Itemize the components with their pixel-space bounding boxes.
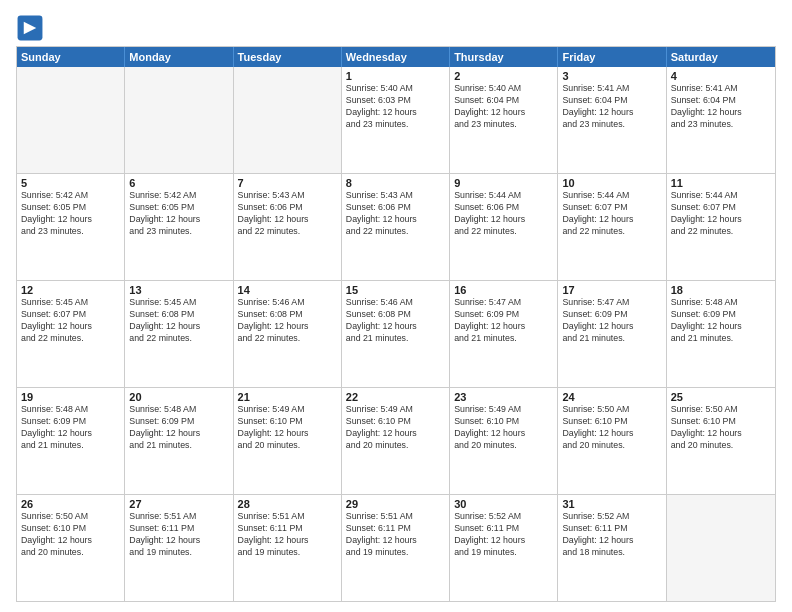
calendar-row-1: 5Sunrise: 5:42 AM Sunset: 6:05 PM Daylig… bbox=[17, 173, 775, 280]
cell-info: Sunrise: 5:47 AM Sunset: 6:09 PM Dayligh… bbox=[562, 297, 661, 345]
page: SundayMondayTuesdayWednesdayThursdayFrid… bbox=[0, 0, 792, 612]
header-cell-saturday: Saturday bbox=[667, 47, 775, 67]
cell-info: Sunrise: 5:48 AM Sunset: 6:09 PM Dayligh… bbox=[671, 297, 771, 345]
day-number: 6 bbox=[129, 177, 228, 189]
header-cell-wednesday: Wednesday bbox=[342, 47, 450, 67]
day-number: 19 bbox=[21, 391, 120, 403]
calendar-cell bbox=[667, 495, 775, 601]
cell-info: Sunrise: 5:43 AM Sunset: 6:06 PM Dayligh… bbox=[346, 190, 445, 238]
calendar-cell: 8Sunrise: 5:43 AM Sunset: 6:06 PM Daylig… bbox=[342, 174, 450, 280]
cell-info: Sunrise: 5:51 AM Sunset: 6:11 PM Dayligh… bbox=[346, 511, 445, 559]
cell-info: Sunrise: 5:51 AM Sunset: 6:11 PM Dayligh… bbox=[238, 511, 337, 559]
calendar-cell: 27Sunrise: 5:51 AM Sunset: 6:11 PM Dayli… bbox=[125, 495, 233, 601]
logo bbox=[16, 14, 48, 42]
day-number: 13 bbox=[129, 284, 228, 296]
cell-info: Sunrise: 5:50 AM Sunset: 6:10 PM Dayligh… bbox=[21, 511, 120, 559]
cell-info: Sunrise: 5:51 AM Sunset: 6:11 PM Dayligh… bbox=[129, 511, 228, 559]
cell-info: Sunrise: 5:48 AM Sunset: 6:09 PM Dayligh… bbox=[129, 404, 228, 452]
calendar-cell: 5Sunrise: 5:42 AM Sunset: 6:05 PM Daylig… bbox=[17, 174, 125, 280]
calendar-cell: 7Sunrise: 5:43 AM Sunset: 6:06 PM Daylig… bbox=[234, 174, 342, 280]
cell-info: Sunrise: 5:46 AM Sunset: 6:08 PM Dayligh… bbox=[346, 297, 445, 345]
day-number: 26 bbox=[21, 498, 120, 510]
header-cell-thursday: Thursday bbox=[450, 47, 558, 67]
cell-info: Sunrise: 5:44 AM Sunset: 6:06 PM Dayligh… bbox=[454, 190, 553, 238]
cell-info: Sunrise: 5:50 AM Sunset: 6:10 PM Dayligh… bbox=[562, 404, 661, 452]
cell-info: Sunrise: 5:42 AM Sunset: 6:05 PM Dayligh… bbox=[129, 190, 228, 238]
day-number: 3 bbox=[562, 70, 661, 82]
calendar-cell: 25Sunrise: 5:50 AM Sunset: 6:10 PM Dayli… bbox=[667, 388, 775, 494]
cell-info: Sunrise: 5:52 AM Sunset: 6:11 PM Dayligh… bbox=[562, 511, 661, 559]
calendar-cell: 31Sunrise: 5:52 AM Sunset: 6:11 PM Dayli… bbox=[558, 495, 666, 601]
calendar-cell bbox=[234, 67, 342, 173]
day-number: 11 bbox=[671, 177, 771, 189]
calendar-cell: 6Sunrise: 5:42 AM Sunset: 6:05 PM Daylig… bbox=[125, 174, 233, 280]
cell-info: Sunrise: 5:41 AM Sunset: 6:04 PM Dayligh… bbox=[562, 83, 661, 131]
calendar-cell: 16Sunrise: 5:47 AM Sunset: 6:09 PM Dayli… bbox=[450, 281, 558, 387]
calendar-cell: 13Sunrise: 5:45 AM Sunset: 6:08 PM Dayli… bbox=[125, 281, 233, 387]
calendar-cell: 15Sunrise: 5:46 AM Sunset: 6:08 PM Dayli… bbox=[342, 281, 450, 387]
day-number: 14 bbox=[238, 284, 337, 296]
cell-info: Sunrise: 5:52 AM Sunset: 6:11 PM Dayligh… bbox=[454, 511, 553, 559]
calendar-cell: 14Sunrise: 5:46 AM Sunset: 6:08 PM Dayli… bbox=[234, 281, 342, 387]
logo-icon bbox=[16, 14, 44, 42]
calendar-body: 1Sunrise: 5:40 AM Sunset: 6:03 PM Daylig… bbox=[17, 67, 775, 601]
calendar-cell: 21Sunrise: 5:49 AM Sunset: 6:10 PM Dayli… bbox=[234, 388, 342, 494]
cell-info: Sunrise: 5:43 AM Sunset: 6:06 PM Dayligh… bbox=[238, 190, 337, 238]
cell-info: Sunrise: 5:45 AM Sunset: 6:07 PM Dayligh… bbox=[21, 297, 120, 345]
calendar-row-2: 12Sunrise: 5:45 AM Sunset: 6:07 PM Dayli… bbox=[17, 280, 775, 387]
cell-info: Sunrise: 5:40 AM Sunset: 6:03 PM Dayligh… bbox=[346, 83, 445, 131]
calendar-cell: 9Sunrise: 5:44 AM Sunset: 6:06 PM Daylig… bbox=[450, 174, 558, 280]
calendar-cell bbox=[125, 67, 233, 173]
cell-info: Sunrise: 5:42 AM Sunset: 6:05 PM Dayligh… bbox=[21, 190, 120, 238]
day-number: 24 bbox=[562, 391, 661, 403]
day-number: 22 bbox=[346, 391, 445, 403]
day-number: 2 bbox=[454, 70, 553, 82]
calendar-cell: 20Sunrise: 5:48 AM Sunset: 6:09 PM Dayli… bbox=[125, 388, 233, 494]
calendar-cell: 4Sunrise: 5:41 AM Sunset: 6:04 PM Daylig… bbox=[667, 67, 775, 173]
calendar-cell bbox=[17, 67, 125, 173]
header-cell-tuesday: Tuesday bbox=[234, 47, 342, 67]
calendar-cell: 19Sunrise: 5:48 AM Sunset: 6:09 PM Dayli… bbox=[17, 388, 125, 494]
cell-info: Sunrise: 5:40 AM Sunset: 6:04 PM Dayligh… bbox=[454, 83, 553, 131]
day-number: 8 bbox=[346, 177, 445, 189]
calendar: SundayMondayTuesdayWednesdayThursdayFrid… bbox=[16, 46, 776, 602]
cell-info: Sunrise: 5:46 AM Sunset: 6:08 PM Dayligh… bbox=[238, 297, 337, 345]
cell-info: Sunrise: 5:44 AM Sunset: 6:07 PM Dayligh… bbox=[562, 190, 661, 238]
day-number: 18 bbox=[671, 284, 771, 296]
cell-info: Sunrise: 5:49 AM Sunset: 6:10 PM Dayligh… bbox=[238, 404, 337, 452]
day-number: 16 bbox=[454, 284, 553, 296]
day-number: 20 bbox=[129, 391, 228, 403]
calendar-cell: 12Sunrise: 5:45 AM Sunset: 6:07 PM Dayli… bbox=[17, 281, 125, 387]
calendar-cell: 30Sunrise: 5:52 AM Sunset: 6:11 PM Dayli… bbox=[450, 495, 558, 601]
day-number: 15 bbox=[346, 284, 445, 296]
day-number: 28 bbox=[238, 498, 337, 510]
cell-info: Sunrise: 5:49 AM Sunset: 6:10 PM Dayligh… bbox=[346, 404, 445, 452]
day-number: 23 bbox=[454, 391, 553, 403]
calendar-cell: 29Sunrise: 5:51 AM Sunset: 6:11 PM Dayli… bbox=[342, 495, 450, 601]
cell-info: Sunrise: 5:45 AM Sunset: 6:08 PM Dayligh… bbox=[129, 297, 228, 345]
day-number: 21 bbox=[238, 391, 337, 403]
calendar-cell: 3Sunrise: 5:41 AM Sunset: 6:04 PM Daylig… bbox=[558, 67, 666, 173]
calendar-cell: 1Sunrise: 5:40 AM Sunset: 6:03 PM Daylig… bbox=[342, 67, 450, 173]
calendar-row-4: 26Sunrise: 5:50 AM Sunset: 6:10 PM Dayli… bbox=[17, 494, 775, 601]
day-number: 5 bbox=[21, 177, 120, 189]
day-number: 29 bbox=[346, 498, 445, 510]
cell-info: Sunrise: 5:49 AM Sunset: 6:10 PM Dayligh… bbox=[454, 404, 553, 452]
header-cell-friday: Friday bbox=[558, 47, 666, 67]
day-number: 1 bbox=[346, 70, 445, 82]
cell-info: Sunrise: 5:47 AM Sunset: 6:09 PM Dayligh… bbox=[454, 297, 553, 345]
calendar-cell: 10Sunrise: 5:44 AM Sunset: 6:07 PM Dayli… bbox=[558, 174, 666, 280]
day-number: 4 bbox=[671, 70, 771, 82]
cell-info: Sunrise: 5:44 AM Sunset: 6:07 PM Dayligh… bbox=[671, 190, 771, 238]
cell-info: Sunrise: 5:41 AM Sunset: 6:04 PM Dayligh… bbox=[671, 83, 771, 131]
calendar-cell: 24Sunrise: 5:50 AM Sunset: 6:10 PM Dayli… bbox=[558, 388, 666, 494]
calendar-cell: 26Sunrise: 5:50 AM Sunset: 6:10 PM Dayli… bbox=[17, 495, 125, 601]
day-number: 25 bbox=[671, 391, 771, 403]
calendar-row-0: 1Sunrise: 5:40 AM Sunset: 6:03 PM Daylig… bbox=[17, 67, 775, 173]
header-cell-monday: Monday bbox=[125, 47, 233, 67]
cell-info: Sunrise: 5:50 AM Sunset: 6:10 PM Dayligh… bbox=[671, 404, 771, 452]
calendar-cell: 28Sunrise: 5:51 AM Sunset: 6:11 PM Dayli… bbox=[234, 495, 342, 601]
calendar-cell: 18Sunrise: 5:48 AM Sunset: 6:09 PM Dayli… bbox=[667, 281, 775, 387]
calendar-header: SundayMondayTuesdayWednesdayThursdayFrid… bbox=[17, 47, 775, 67]
day-number: 27 bbox=[129, 498, 228, 510]
